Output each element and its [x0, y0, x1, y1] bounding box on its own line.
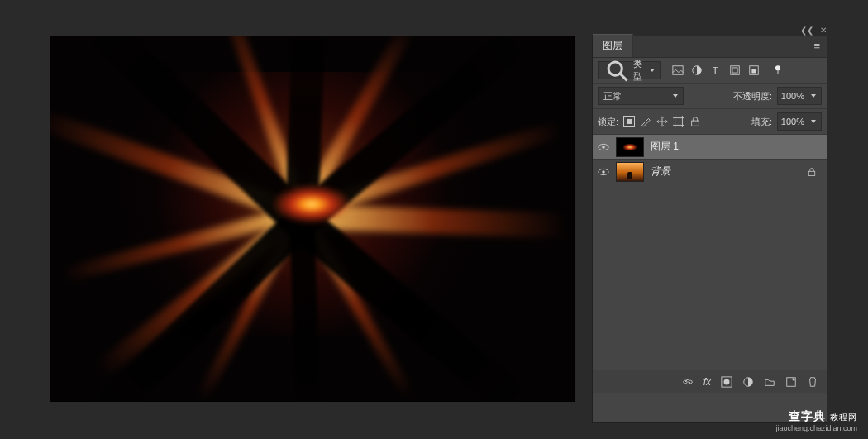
svg-rect-17	[808, 171, 815, 175]
panel-footer: fx	[593, 370, 827, 393]
watermark-brand: 查字典	[789, 409, 826, 422]
panel-close-icon[interactable]: ✕	[820, 26, 827, 35]
filter-type-label: 类型	[633, 58, 643, 83]
chevron-down-icon	[811, 120, 816, 123]
mask-icon[interactable]	[721, 376, 732, 388]
lock-label: 锁定:	[598, 116, 618, 128]
svg-line-1	[620, 74, 627, 80]
filter-toggle-icon[interactable]	[770, 63, 785, 78]
blend-mode-value: 正常	[603, 90, 622, 103]
watermark: 查字典 教程网 jiaocheng.chazidian.com	[750, 409, 857, 432]
layers-panel: ❮❮ ✕ 图层 ≡ 类型 T 正常 不透明度: 100%	[592, 36, 827, 423]
opacity-label: 不透明度:	[733, 90, 772, 103]
lock-artboard-icon[interactable]	[673, 116, 684, 127]
chevron-down-icon	[673, 94, 678, 98]
svg-point-9	[775, 65, 780, 70]
svg-point-0	[608, 62, 622, 75]
svg-rect-6	[732, 68, 737, 73]
visibility-eye-icon[interactable]	[598, 166, 609, 178]
blend-mode-select[interactable]: 正常	[598, 87, 684, 105]
filter-smart-icon[interactable]	[746, 63, 761, 78]
lock-all-icon[interactable]	[689, 116, 701, 127]
watermark-tag: 教程网	[830, 413, 857, 422]
lock-transparent-icon[interactable]	[623, 116, 635, 127]
svg-rect-23	[787, 377, 796, 386]
lock-icon	[807, 167, 817, 177]
svg-rect-5	[731, 66, 740, 75]
fill-value: 100%	[781, 117, 804, 126]
svg-rect-2	[673, 66, 683, 75]
layer-row[interactable]: 图层 1	[593, 135, 827, 160]
layers-list: 图层 1 背景	[593, 135, 827, 184]
filter-image-icon[interactable]	[670, 63, 685, 78]
layer-name[interactable]: 背景	[651, 165, 670, 179]
fill-label: 填充:	[751, 116, 772, 128]
fill-input[interactable]: 100%	[777, 112, 822, 131]
svg-point-16	[602, 170, 605, 174]
blend-opacity-row: 正常 不透明度: 100%	[593, 84, 827, 109]
tab-layers[interactable]: 图层	[593, 34, 633, 57]
layer-filter-row: 类型 T	[593, 58, 827, 84]
lock-fill-row: 锁定: 填充: 100%	[593, 109, 827, 135]
filter-adjustment-icon[interactable]	[689, 63, 704, 78]
trash-icon[interactable]	[807, 376, 818, 388]
svg-rect-8	[751, 69, 756, 73]
svg-text:T: T	[713, 65, 718, 75]
chevron-down-icon	[811, 94, 816, 98]
link-icon[interactable]	[682, 376, 694, 388]
visibility-eye-icon[interactable]	[598, 141, 609, 153]
svg-rect-11	[675, 118, 683, 126]
canvas-document[interactable]	[50, 36, 575, 402]
svg-point-14	[602, 146, 605, 149]
svg-rect-12	[692, 121, 699, 126]
filter-shape-icon[interactable]	[727, 63, 742, 78]
lock-pixels-icon[interactable]	[640, 116, 651, 127]
group-icon[interactable]	[764, 376, 775, 388]
canvas-image	[50, 36, 574, 401]
watermark-url: jiaocheng.chazidian.com	[750, 424, 857, 432]
svg-rect-10	[777, 70, 779, 74]
opacity-input[interactable]: 100%	[777, 87, 822, 105]
lock-position-icon[interactable]	[656, 116, 668, 127]
layer-thumbnail[interactable]	[616, 137, 644, 157]
layers-empty-area	[593, 184, 827, 370]
panel-tabs: 图层 ≡	[593, 36, 827, 58]
filter-type-icon[interactable]: T	[708, 63, 723, 78]
layer-row[interactable]: 背景	[593, 160, 827, 184]
adjustment-circle-icon[interactable]	[742, 376, 754, 388]
panel-menu-icon[interactable]: ≡	[807, 35, 827, 57]
search-icon	[603, 57, 630, 84]
svg-point-21	[724, 379, 730, 384]
chevron-down-icon	[650, 69, 655, 72]
panel-collapse-icon[interactable]: ❮❮	[800, 26, 813, 35]
filter-type-select[interactable]: 类型	[598, 61, 661, 79]
new-layer-icon[interactable]	[785, 376, 797, 388]
opacity-value: 100%	[781, 91, 804, 101]
layer-name[interactable]: 图层 1	[651, 140, 679, 154]
fx-icon[interactable]: fx	[703, 376, 711, 388]
layer-thumbnail[interactable]	[616, 162, 644, 182]
